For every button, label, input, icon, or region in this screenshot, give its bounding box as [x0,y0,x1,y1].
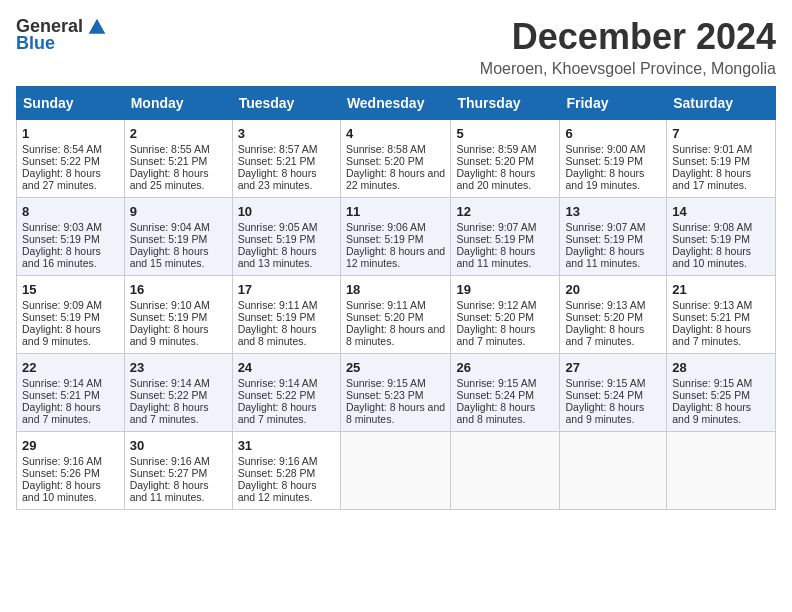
daylight-text: Daylight: 8 hours and 8 minutes. [238,323,317,347]
sunset-text: Sunset: 5:19 PM [672,155,750,167]
daylight-text: Daylight: 8 hours and 10 minutes. [22,479,101,503]
sunset-text: Sunset: 5:19 PM [238,311,316,323]
table-row: 14Sunrise: 9:08 AMSunset: 5:19 PMDayligh… [667,198,776,276]
sunrise-text: Sunrise: 9:00 AM [565,143,645,155]
table-row: 8Sunrise: 9:03 AMSunset: 5:19 PMDaylight… [17,198,125,276]
table-row: 26Sunrise: 9:15 AMSunset: 5:24 PMDayligh… [451,354,560,432]
sunset-text: Sunset: 5:27 PM [130,467,208,479]
daylight-text: Daylight: 8 hours and 16 minutes. [22,245,101,269]
logo-icon [87,17,107,37]
sunrise-text: Sunrise: 9:12 AM [456,299,536,311]
sunrise-text: Sunrise: 9:10 AM [130,299,210,311]
table-row: 28Sunrise: 9:15 AMSunset: 5:25 PMDayligh… [667,354,776,432]
daylight-text: Daylight: 8 hours and 10 minutes. [672,245,751,269]
table-row: 23Sunrise: 9:14 AMSunset: 5:22 PMDayligh… [124,354,232,432]
table-row: 30Sunrise: 9:16 AMSunset: 5:27 PMDayligh… [124,432,232,510]
sunrise-text: Sunrise: 9:06 AM [346,221,426,233]
sunset-text: Sunset: 5:20 PM [346,155,424,167]
sunrise-text: Sunrise: 9:16 AM [130,455,210,467]
day-number: 20 [565,282,661,297]
sunset-text: Sunset: 5:25 PM [672,389,750,401]
daylight-text: Daylight: 8 hours and 11 minutes. [565,245,644,269]
sunrise-text: Sunrise: 9:14 AM [238,377,318,389]
daylight-text: Daylight: 8 hours and 11 minutes. [130,479,209,503]
daylight-text: Daylight: 8 hours and 7 minutes. [22,401,101,425]
sunrise-text: Sunrise: 9:01 AM [672,143,752,155]
table-row [560,432,667,510]
sunset-text: Sunset: 5:20 PM [565,311,643,323]
sunrise-text: Sunrise: 9:11 AM [346,299,426,311]
sunrise-text: Sunrise: 9:08 AM [672,221,752,233]
table-row: 17Sunrise: 9:11 AMSunset: 5:19 PMDayligh… [232,276,340,354]
table-row: 2Sunrise: 8:55 AMSunset: 5:21 PMDaylight… [124,120,232,198]
sunrise-text: Sunrise: 8:55 AM [130,143,210,155]
sunrise-text: Sunrise: 9:15 AM [346,377,426,389]
sunrise-text: Sunrise: 9:11 AM [238,299,318,311]
day-number: 24 [238,360,335,375]
table-row: 15Sunrise: 9:09 AMSunset: 5:19 PMDayligh… [17,276,125,354]
sunrise-text: Sunrise: 9:14 AM [22,377,102,389]
day-number: 26 [456,360,554,375]
table-row: 22Sunrise: 9:14 AMSunset: 5:21 PMDayligh… [17,354,125,432]
table-row: 7Sunrise: 9:01 AMSunset: 5:19 PMDaylight… [667,120,776,198]
sunset-text: Sunset: 5:20 PM [456,155,534,167]
day-number: 13 [565,204,661,219]
header-thursday: Thursday [451,87,560,120]
sunset-text: Sunset: 5:24 PM [456,389,534,401]
sunrise-text: Sunrise: 9:04 AM [130,221,210,233]
sunset-text: Sunset: 5:19 PM [565,155,643,167]
header-monday: Monday [124,87,232,120]
title-area: December 2024 Moeroen, Khoevsgoel Provin… [480,16,776,78]
table-row: 25Sunrise: 9:15 AMSunset: 5:23 PMDayligh… [340,354,451,432]
table-row: 27Sunrise: 9:15 AMSunset: 5:24 PMDayligh… [560,354,667,432]
table-row: 6Sunrise: 9:00 AMSunset: 5:19 PMDaylight… [560,120,667,198]
day-number: 30 [130,438,227,453]
table-row: 11Sunrise: 9:06 AMSunset: 5:19 PMDayligh… [340,198,451,276]
sunset-text: Sunset: 5:21 PM [672,311,750,323]
daylight-text: Daylight: 8 hours and 9 minutes. [22,323,101,347]
sunrise-text: Sunrise: 8:59 AM [456,143,536,155]
day-number: 31 [238,438,335,453]
header-tuesday: Tuesday [232,87,340,120]
sunset-text: Sunset: 5:19 PM [238,233,316,245]
sunset-text: Sunset: 5:19 PM [22,233,100,245]
sunset-text: Sunset: 5:19 PM [130,233,208,245]
sunset-text: Sunset: 5:21 PM [238,155,316,167]
table-row: 18Sunrise: 9:11 AMSunset: 5:20 PMDayligh… [340,276,451,354]
sunset-text: Sunset: 5:28 PM [238,467,316,479]
daylight-text: Daylight: 8 hours and 27 minutes. [22,167,101,191]
logo-blue-text: Blue [16,33,55,54]
day-number: 10 [238,204,335,219]
table-row: 9Sunrise: 9:04 AMSunset: 5:19 PMDaylight… [124,198,232,276]
sunrise-text: Sunrise: 9:14 AM [130,377,210,389]
sunset-text: Sunset: 5:19 PM [346,233,424,245]
header-saturday: Saturday [667,87,776,120]
table-row: 20Sunrise: 9:13 AMSunset: 5:20 PMDayligh… [560,276,667,354]
sunrise-text: Sunrise: 9:09 AM [22,299,102,311]
day-number: 1 [22,126,119,141]
daylight-text: Daylight: 8 hours and 9 minutes. [565,401,644,425]
daylight-text: Daylight: 8 hours and 9 minutes. [130,323,209,347]
day-number: 15 [22,282,119,297]
sunset-text: Sunset: 5:21 PM [22,389,100,401]
sunset-text: Sunset: 5:19 PM [22,311,100,323]
sunset-text: Sunset: 5:20 PM [346,311,424,323]
sunrise-text: Sunrise: 9:07 AM [456,221,536,233]
day-number: 29 [22,438,119,453]
daylight-text: Daylight: 8 hours and 8 minutes. [346,401,445,425]
table-row: 1Sunrise: 8:54 AMSunset: 5:22 PMDaylight… [17,120,125,198]
day-number: 11 [346,204,446,219]
day-number: 2 [130,126,227,141]
sunrise-text: Sunrise: 9:13 AM [565,299,645,311]
table-row: 10Sunrise: 9:05 AMSunset: 5:19 PMDayligh… [232,198,340,276]
sunset-text: Sunset: 5:19 PM [672,233,750,245]
daylight-text: Daylight: 8 hours and 25 minutes. [130,167,209,191]
day-number: 27 [565,360,661,375]
day-number: 28 [672,360,770,375]
header-row: Sunday Monday Tuesday Wednesday Thursday… [17,87,776,120]
sunrise-text: Sunrise: 8:58 AM [346,143,426,155]
sunset-text: Sunset: 5:23 PM [346,389,424,401]
table-row: 4Sunrise: 8:58 AMSunset: 5:20 PMDaylight… [340,120,451,198]
sunrise-text: Sunrise: 8:57 AM [238,143,318,155]
daylight-text: Daylight: 8 hours and 9 minutes. [672,401,751,425]
